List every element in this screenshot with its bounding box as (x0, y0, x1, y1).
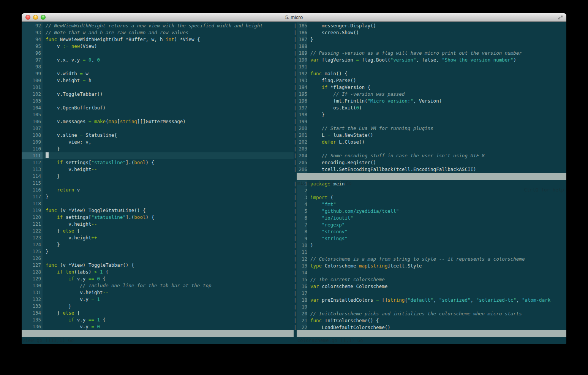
code-line[interactable]: 133 } (22, 303, 294, 310)
code-line[interactable]: 129 if v.y == 0 { (22, 275, 294, 282)
code-line[interactable]: |16var colorscheme Colorscheme (294, 283, 566, 290)
code-line[interactable]: |189// Passing -version as a flag will h… (294, 50, 566, 57)
code-line[interactable]: 118 (22, 200, 294, 207)
code-line[interactable]: 93// Note that w and h are raw column an… (22, 29, 294, 36)
code-line[interactable]: 115 (22, 180, 294, 187)
code-line[interactable]: 122 } else { (22, 228, 294, 234)
code-line[interactable]: |10) (294, 242, 566, 249)
code-line[interactable]: |187} (294, 36, 566, 43)
statusbar-file-info: colorscheme.go (1,1) Go (297, 337, 363, 344)
code-line[interactable]: 104 v.OpenBuffer(buf) (22, 104, 294, 111)
code-line[interactable]: 126 (22, 255, 294, 262)
code-line[interactable]: |17 (294, 290, 566, 297)
code-line[interactable]: 96 (22, 50, 294, 57)
code-line[interactable]: |3import ( (294, 194, 566, 201)
code-line[interactable]: 113 v.height-- (22, 166, 294, 173)
code-line[interactable]: 108 v.sline = Statusline{ (22, 132, 294, 139)
code-line[interactable]: |12// Colorscheme is a map from string t… (294, 256, 566, 263)
code-line[interactable]: 94func NewViewWidthHeight(buf *Buffer, w… (22, 36, 294, 43)
code-line[interactable]: |205 encoding.Register() (294, 159, 566, 166)
code-line[interactable]: 134 } else { (22, 310, 294, 316)
code-line[interactable]: |201 L = lua.NewState() (294, 132, 566, 139)
code-line[interactable]: |191 (294, 63, 566, 70)
code-text: v.messages = make(map[string][]GutterMes… (46, 118, 294, 125)
code-line[interactable]: 100 v.height = h (22, 77, 294, 84)
code-line[interactable]: |197 os.Exit(0) (294, 104, 566, 111)
code-line[interactable]: |190var flagVersion = flag.Bool("version… (294, 57, 566, 63)
code-line[interactable]: |5 "github.com/zyedidia/tcell" (294, 208, 566, 215)
code-line[interactable]: |188 (294, 43, 566, 50)
code-line[interactable]: 131 v.height-- (22, 289, 294, 296)
code-line[interactable]: 120 if settings["statusline"].(bool) { (22, 214, 294, 221)
code-line[interactable]: 101 (22, 84, 294, 91)
code-line[interactable]: 123 v.height++ (22, 234, 294, 241)
code-line[interactable]: |195 // If -version was passed (294, 91, 566, 98)
code-line[interactable]: |7 "regexp" (294, 222, 566, 228)
code-line[interactable]: 127func (v *View) ToggleTabbar() { (22, 262, 294, 269)
code-line[interactable]: 136 v.y = 0 (22, 323, 294, 330)
titlebar[interactable]: 5. micro (22, 13, 566, 22)
code-line[interactable]: 106 v.messages = make(map[string][]Gutte… (22, 118, 294, 125)
code-line[interactable]: |15// The current colorscheme (294, 276, 566, 283)
code-line[interactable]: |11 (294, 249, 566, 256)
code-line[interactable]: |14 (294, 269, 566, 276)
code-line[interactable]: |9 "strings" (294, 235, 566, 242)
code-line[interactable]: 135 if v.y == 1 { (22, 316, 294, 323)
code-line[interactable]: 114 } (22, 173, 294, 180)
code-line[interactable]: 116 return v (22, 187, 294, 193)
code-line[interactable]: |204 // Some encoding stuff in case the … (294, 152, 566, 159)
code-line[interactable]: 111 (22, 152, 294, 159)
code-line[interactable]: |13type Colorscheme map[string]tcell.Sty… (294, 263, 566, 269)
code-line[interactable]: |196 fmt.Println("Micro version:", Versi… (294, 98, 566, 104)
code-line[interactable]: 130 // Include one line for the tab bar … (22, 282, 294, 289)
code-line[interactable]: |186 screen.Show() (294, 29, 566, 36)
code-line[interactable]: 98 (22, 63, 294, 70)
code-line[interactable]: |20// InitColorscheme picks and initiali… (294, 310, 566, 317)
code-line[interactable]: |8 "strconv" (294, 228, 566, 235)
line-number: 194 (297, 84, 307, 91)
pane-micro-go[interactable]: |185 messenger.Display()|186 screen.Show… (294, 22, 566, 173)
code-line[interactable]: 95 v := new(View) (22, 43, 294, 50)
code-line[interactable]: |206 tcell.SetEncodingFallback(tcell.Enc… (294, 166, 566, 173)
code-line[interactable]: 97 v.x, v.y = 0, 0 (22, 57, 294, 63)
code-line[interactable]: |203 (294, 146, 566, 152)
code-line[interactable]: 110 } (22, 146, 294, 152)
code-line[interactable]: |185 messenger.Display() (294, 22, 566, 29)
code-line[interactable]: |194 if *flagVersion { (294, 84, 566, 91)
pane-view-go[interactable]: 92// NewViewWidthHeight returns a new vi… (22, 22, 294, 337)
code-line[interactable]: |21func InitColorscheme() { (294, 317, 566, 324)
code-line[interactable]: 125} (22, 248, 294, 255)
code-line[interactable]: 121 v.height-- (22, 221, 294, 228)
code-line[interactable]: |19 (294, 304, 566, 310)
code-line[interactable]: |200 // Start the Lua VM for running plu… (294, 125, 566, 132)
pane-colorscheme-go[interactable]: |1package main|2|3import (|4 "fmt"|5 "gi… (294, 180, 566, 330)
code-line[interactable]: 128 if len(tabs) > 1 { (22, 269, 294, 275)
code-line[interactable]: 102 v.ToggleTabbar() (22, 91, 294, 98)
code-line[interactable]: 119func (v *View) ToggleStatusLine() { (22, 207, 294, 214)
code-line[interactable]: 92// NewViewWidthHeight returns a new vi… (22, 22, 294, 29)
code-line[interactable]: |193 flag.Parse() (294, 77, 566, 84)
resize-arrows-icon[interactable] (557, 14, 563, 21)
code-line[interactable]: |202 defer L.Close() (294, 139, 566, 146)
code-line[interactable]: |198 } (294, 111, 566, 118)
code-line[interactable]: 99 v.width = w (22, 70, 294, 77)
code-text: ) (310, 242, 566, 249)
code-line[interactable]: 124 } (22, 241, 294, 248)
code-line[interactable]: 105 (22, 111, 294, 118)
code-line[interactable]: |4 "fmt" (294, 201, 566, 208)
code-line[interactable]: 112 if settings["statusline"].(bool) { (22, 159, 294, 166)
code-line[interactable]: 103 (22, 98, 294, 104)
line-number: 11 (297, 249, 307, 256)
code-line[interactable]: |18var preInstalledColors = []string{"de… (294, 297, 566, 304)
code-line[interactable]: 107 (22, 125, 294, 132)
split-divider: | (294, 84, 297, 91)
code-line[interactable]: |6 "io/ioutil" (294, 215, 566, 222)
code-text: v.x, v.y = 0, 0 (46, 57, 294, 63)
code-line[interactable]: 109 view: v, (22, 139, 294, 146)
code-line[interactable]: |199 (294, 118, 566, 125)
code-line[interactable]: |192func main() { (294, 70, 566, 77)
code-line[interactable]: 117} (22, 193, 294, 200)
code-text: } (46, 241, 294, 248)
code-line[interactable]: |22 LoadDefaultColorscheme() (294, 324, 566, 330)
code-line[interactable]: 132 v.y = 1 (22, 296, 294, 303)
